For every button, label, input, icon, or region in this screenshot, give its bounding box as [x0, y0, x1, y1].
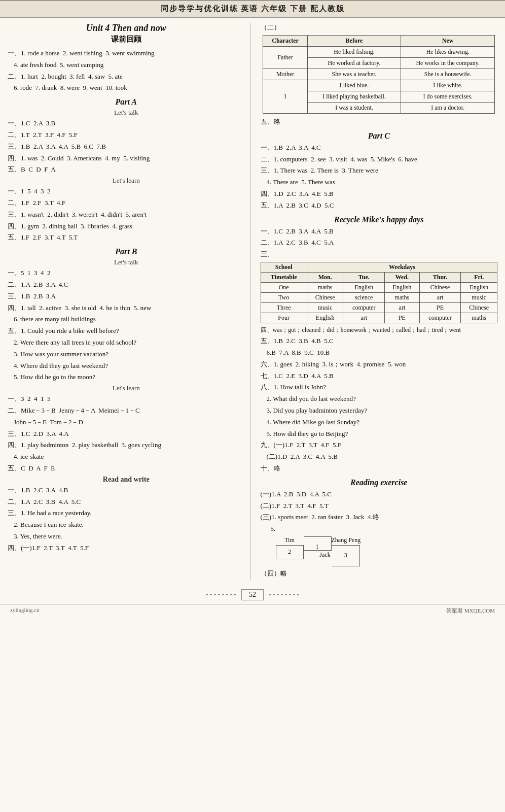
r-ba-3: 3. Did you play badminton yesterday? [261, 405, 498, 416]
mother-before: She was a teacher. [307, 69, 401, 80]
table-row-mother: Mother She was a teacher. She is a house… [263, 69, 495, 80]
tt-three-wed: art [385, 302, 420, 313]
table-header-new: New [401, 36, 495, 47]
pre-line-4: 6. rode 7. drank 8. were 9. went 10. too… [8, 83, 245, 93]
rec-2: 二、1.A 2.C 3.B 4.C 5.A [261, 238, 498, 248]
rw-3c: 3. Yes, there were. [8, 531, 245, 542]
pB-t5-3: 3. How was your summer vacation? [8, 349, 245, 360]
partA-talk-answers: 一、1.C 2.A 3.B 二、1.T 2.T 3.F 4.F 5.F 三、1.… [8, 118, 245, 175]
i-before-3: I was a student. [307, 103, 401, 114]
tt-three: Three [261, 302, 307, 313]
r-jiu-1: 九、(一)1.F 2.T 3.T 4.F 5.F [261, 440, 498, 451]
pB-t5-5: 5. How did he go to the moon? [8, 372, 245, 383]
r-jiu-2: (二)1.D 2.A 3.C 4.A 5.B [261, 452, 498, 462]
wu-label: 五、略 [261, 117, 498, 127]
rw-3b: 2. Because I can ice-skate. [8, 520, 245, 530]
pA-t3: 三、1.B 2.A 3.A 4.A 5.B 6.C 7.B [8, 142, 245, 152]
i-new-2: I do some exercises. [401, 91, 495, 103]
tt-three-fri: Chinese [461, 302, 497, 313]
si-label: 四、was；got；cleaned；did；homework；wanted；ca… [261, 325, 498, 335]
pA-l5: 五、1.F 2.F 3.T 4.T 5.T [8, 232, 245, 243]
r-ba-1: 八、1. How tall is John? [261, 382, 498, 393]
r-ba-4: 4. Where did Mike go last Sunday? [261, 417, 498, 428]
tt-fri: Fri. [461, 272, 497, 282]
reading-title: Reading exercise [261, 478, 498, 487]
reading-answers: (一)1.A 2.B 3.D 4.A 5.C (二)1.F 2.T 3.T 4.… [261, 489, 498, 534]
pB-l5: 五、C D A F E [8, 463, 245, 474]
page-wrapper: 同步导学与优化训练 英语 六年级 下册 配人教版 Unit 4 Then and… [0, 0, 505, 812]
father-before-2: He worked at factory. [307, 58, 401, 69]
father-new-2: He works in the company. [401, 58, 495, 69]
pB-l4: 四、1. play badminton 2. play basketball 3… [8, 440, 245, 451]
i-new-3: I am a doctor. [401, 103, 495, 114]
tt-tue: Tue. [343, 272, 385, 282]
partC-answers: 一、1.B 2.A 3.A 4.C 二、1. computers 2. see … [261, 143, 498, 211]
readwrite-label: Read and write [8, 476, 245, 484]
pB-l2: 二、Mike－3－B Jenny－4－A Meimei－1－C [8, 405, 245, 416]
timetable: School Weekdays Timetable Mon. Tue. Wed.… [261, 262, 498, 323]
pB-l3: 三、1.C 2.D 3.A 4.A [8, 429, 245, 439]
pC-1: 一、1.B 2.A 3.A 4.C [261, 143, 498, 153]
rw-2: 二、1.A 2.C 3.B 4.A 5.C [8, 497, 245, 507]
tt-row-two: Two Chinese science maths art music [261, 292, 497, 302]
mother-new: She is a housewife. [401, 69, 495, 80]
tt-mon: Mon. [307, 272, 343, 282]
pB-t2: 二、1.A 2.B 3.A 4.C [8, 280, 245, 290]
tt-school: School [261, 262, 307, 272]
page-number-row: 52 [0, 585, 505, 604]
partB-title: Part B [8, 247, 245, 256]
tt-four-mon: English [307, 313, 343, 323]
right-column: （二） Character Before New Father He liked… [256, 23, 498, 580]
zp-box: 3 [332, 545, 360, 566]
table-header-character: Character [263, 36, 308, 47]
i-before-1: I liked blue. [307, 80, 401, 91]
recycle-title-text: Recycle Mike's happy days [334, 215, 423, 224]
pB-t3: 三、1.B 2.B 3.A [8, 291, 245, 302]
partC-title: Part C [261, 131, 498, 141]
r-ba-2: 2. What did you do last weekend? [261, 394, 498, 404]
read-1: (一)1.A 2.B 3.D 4.A 5.C [261, 489, 498, 500]
recycle-answers: 一、1.C 2.B 3.A 4.A 5.B 二、1.A 2.C 3.B 4.C … [261, 226, 498, 260]
partA-talk-label: Let's talk [8, 109, 245, 117]
pA-l2: 二、1.F 2.F 3.T 4.F [8, 198, 245, 209]
pB-l2b: John－5－E Tom－2－D [8, 417, 245, 428]
father-before-1: He liked fishing. [307, 47, 401, 58]
partA-learn-label: Let's learn [8, 177, 245, 185]
tt-two-fri: music [461, 292, 497, 302]
pre-line-1: 一、1. rode a horse 2. went fishing 3. wen… [8, 48, 245, 59]
page-number: 52 [241, 589, 264, 600]
race-diagram-container: Tim 2 1 Jack [261, 536, 498, 566]
pC-4: 四、1.D 2.C 3.A 4.E 5.B [261, 189, 498, 199]
rec-1: 一、1.C 2.B 3.A 4.A 5.B [261, 226, 498, 237]
r-wu2-1: 五、1.B 2.C 3.B 4.B 5.C [261, 336, 498, 347]
si-label-2: （四）略 [261, 568, 498, 579]
tt-thur: Thur. [419, 272, 461, 282]
r-qi: 七、1.C 2.E 3.D 4.A 5.B [261, 371, 498, 382]
tt-one-tue: English [343, 282, 385, 292]
banner-text: 同步导学与优化训练 英语 六年级 下册 配人教版 [161, 5, 345, 13]
tt-timetable: Timetable [261, 272, 307, 282]
pC-2: 二、1. computers 2. see 3. visit 4. was 5.… [261, 154, 498, 165]
unit-title: Unit 4 Then and now [8, 23, 245, 33]
pC-5: 五、1.A 2.B 3.C 4.D 5.C [261, 200, 498, 211]
tt-wed: Wed. [385, 272, 420, 282]
tt-row-one: One maths English English Chinese Englis… [261, 282, 497, 292]
tt-two-thur: art [419, 292, 461, 302]
father-new-1: He likes drawing. [401, 47, 495, 58]
rw-1: 一、1.B 2.C 3.A 4.B [8, 485, 245, 496]
i-before-2: I liked playing basketball. [307, 91, 401, 103]
pB-t4b: 6. there are many tall buildings [8, 314, 245, 325]
tt-weekdays: Weekdays [307, 262, 497, 272]
r-liu: 六、1. goes 2. hiking 3. is；work 4. promis… [261, 359, 498, 370]
read-4: 5. [261, 524, 498, 534]
tt-one-fri: English [461, 282, 497, 292]
character-table: Character Before New Father He liked fis… [263, 35, 495, 114]
tt-two-wed: maths [385, 292, 420, 302]
paren-label: （二） [261, 23, 498, 32]
tt-one-wed: English [385, 282, 420, 292]
jack-box [304, 536, 332, 544]
tim-box: 2 [276, 545, 304, 559]
unit-subtitle: 课前回顾 [8, 35, 245, 44]
partA-title: Part A [8, 97, 245, 107]
partB-talk-answers: 一、5 1 3 4 2 二、1.A 2.B 3.A 4.C 三、1.B 2.B … [8, 268, 245, 383]
